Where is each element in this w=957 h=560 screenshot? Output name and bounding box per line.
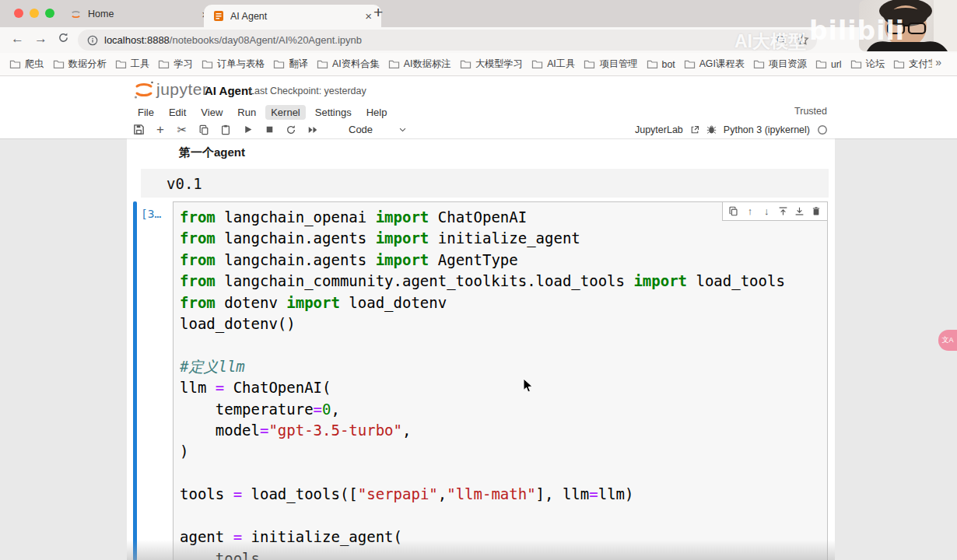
interrupt-kernel-button[interactable] [263, 124, 275, 136]
notebook-favicon [213, 10, 224, 22]
folder-icon [647, 59, 658, 69]
code-line: tools, [180, 548, 824, 560]
move-cell-up-icon[interactable]: ↑ [745, 205, 756, 217]
bookmark-item[interactable]: AI资料合集 [317, 58, 380, 71]
tab-ai-agent-close-icon[interactable]: × [365, 10, 372, 22]
menu-edit[interactable]: Edit [163, 105, 191, 120]
cell-selection-bar [133, 201, 137, 560]
maximize-window-button[interactable] [45, 9, 54, 18]
url-host: localhost:8888 [104, 34, 170, 46]
bookmark-item[interactable]: 项目资源 [753, 58, 807, 71]
back-icon[interactable]: ← [11, 31, 24, 47]
markdown-heading[interactable]: 第一个agent [179, 145, 245, 160]
jupyter-favicon [70, 9, 82, 20]
code-line: llm = ChatOpenAI( [180, 377, 824, 398]
copy-cell-button[interactable] [198, 124, 210, 136]
bookmark-item[interactable]: url [815, 59, 842, 70]
menu-kernel[interactable]: Kernel [265, 105, 306, 120]
menu-run[interactable]: Run [232, 105, 261, 120]
code-line [180, 463, 824, 484]
bookmark-item[interactable]: 数据分析 [53, 58, 107, 71]
menu-settings[interactable]: Settings [310, 105, 357, 120]
bookmark-label: 大模型学习 [475, 58, 523, 71]
bookmark-label: bot [662, 59, 675, 70]
folder-icon [158, 59, 170, 69]
close-window-button[interactable] [14, 9, 23, 18]
bookmark-item[interactable]: 大模型学习 [460, 58, 523, 71]
jupyter-logo-icon[interactable] [131, 78, 156, 103]
code-line: from langchain.agents import AgentType [180, 250, 824, 271]
translate-float-button[interactable]: 文A [938, 330, 957, 351]
menu-file[interactable]: File [132, 105, 160, 120]
bookmark-label: 工具 [131, 58, 150, 71]
restart-kernel-button[interactable] [285, 124, 297, 136]
folder-icon [584, 59, 595, 69]
bookmark-label: 翻译 [289, 58, 308, 71]
bookmark-item[interactable]: 订单与表格 [202, 58, 265, 71]
code-line: agent = initialize_agent( [180, 527, 824, 548]
folder-icon [753, 59, 765, 69]
tab-ai-agent[interactable]: AI Agent × [204, 5, 381, 27]
bookmark-item[interactable]: 爬虫 [9, 58, 44, 71]
folder-icon [53, 59, 65, 69]
tab-home[interactable]: Home × [62, 3, 216, 25]
bookmark-label: AI数据标注 [404, 58, 451, 71]
kernel-name[interactable]: Python 3 (ipykernel) [724, 124, 810, 135]
bilibili-watermark: bilibili [809, 16, 905, 46]
bookmark-item[interactable]: bot [647, 59, 675, 70]
bookmark-item[interactable]: AI工具 [531, 58, 575, 71]
cell-type-chevron-down-icon[interactable] [396, 124, 408, 136]
code-line [180, 506, 824, 527]
insert-cell-below-icon[interactable] [794, 205, 805, 217]
insert-cell-button[interactable]: + [154, 124, 167, 136]
menu-view[interactable]: View [195, 105, 228, 120]
folder-icon [115, 59, 127, 69]
tab-ai-agent-label: AI Agent [230, 11, 365, 22]
bookmark-item[interactable]: 支付宝 [893, 58, 938, 71]
minimize-window-button[interactable] [30, 9, 39, 18]
insert-cell-above-icon[interactable] [777, 205, 789, 217]
folder-icon [202, 59, 213, 69]
bookmark-label: 项目管理 [599, 58, 637, 71]
address-bar[interactable]: localhost:8888/notebooks/day08Agent/AI%2… [78, 30, 817, 51]
jupyterlab-link[interactable]: JupyterLab [635, 124, 683, 135]
bookmark-item[interactable]: 项目管理 [584, 58, 637, 71]
paste-cell-button[interactable] [219, 124, 232, 136]
duplicate-cell-icon[interactable] [727, 205, 739, 217]
move-cell-down-icon[interactable]: ↓ [761, 205, 773, 217]
bookmarks-overflow-icon[interactable]: » [932, 56, 945, 68]
raw-cell[interactable]: v0.1 [141, 169, 829, 198]
cell-type-select[interactable]: Code [349, 124, 373, 135]
window-controls [14, 9, 54, 18]
bookmark-item[interactable]: 学习 [158, 58, 193, 71]
notebook-title[interactable]: AI Agent [205, 84, 252, 97]
cut-cell-button[interactable]: ✂ [176, 124, 188, 136]
bookmark-item[interactable]: 翻译 [273, 58, 308, 71]
trusted-badge[interactable]: Trusted [794, 106, 827, 117]
bookmark-item[interactable]: 论坛 [850, 58, 885, 71]
code-line: #定义llm [180, 356, 824, 377]
restart-run-all-button[interactable] [307, 124, 319, 136]
code-editor[interactable]: from langchain_openai import ChatOpenAIf… [180, 207, 824, 560]
run-cell-button[interactable] [241, 124, 254, 136]
bookmark-item[interactable]: 工具 [115, 58, 150, 71]
bookmark-item[interactable]: AGI课程表 [684, 58, 745, 71]
code-line [180, 334, 824, 355]
new-tab-button[interactable]: + [373, 3, 383, 22]
reload-icon[interactable] [58, 32, 69, 47]
jupyter-logo-text[interactable]: jupyter [156, 80, 209, 99]
tab-home-label: Home [88, 9, 202, 19]
forward-icon[interactable]: → [34, 31, 47, 47]
delete-cell-icon[interactable] [811, 205, 822, 217]
folder-icon [815, 59, 827, 69]
cell-toolbar: ↑ ↓ [722, 202, 827, 221]
site-info-icon[interactable] [87, 35, 98, 46]
debugger-bug-icon[interactable] [706, 124, 717, 135]
bookmark-item[interactable]: AI数据标注 [388, 58, 451, 71]
save-button[interactable] [132, 124, 145, 136]
code-line: temperature=0, [180, 399, 824, 420]
menu-help[interactable]: Help [361, 105, 393, 120]
code-line: load_dotenv() [180, 313, 824, 334]
code-cell[interactable]: from langchain_openai import ChatOpenAIf… [173, 201, 828, 560]
jupyter-toolbar: + ✂ Code JupyterLab Python 3 (ipykernel) [0, 121, 957, 139]
